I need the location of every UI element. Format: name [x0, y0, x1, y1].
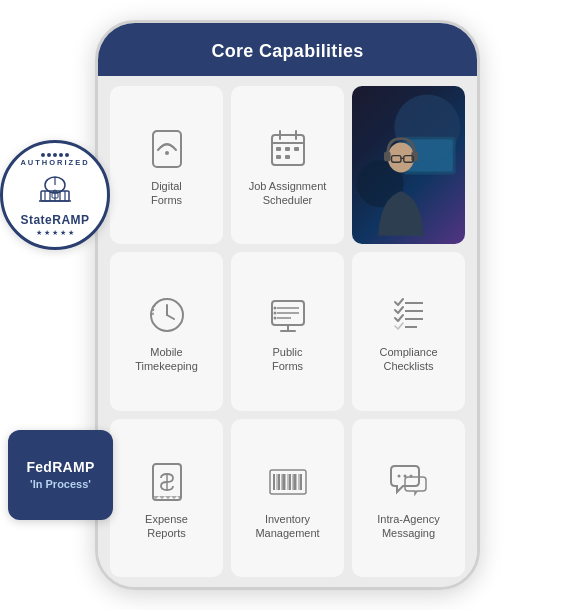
- grid-row-1: DigitalForms: [110, 86, 465, 244]
- svg-point-41: [273, 307, 276, 310]
- cell-compliance-checklists[interactable]: ComplianceChecklists: [352, 252, 465, 410]
- cell-public-forms[interactable]: PublicForms: [231, 252, 344, 410]
- scene: AUTHORIZED Sta: [0, 0, 577, 610]
- inventory-management-icon: [264, 458, 312, 506]
- phone-content: DigitalForms: [98, 76, 477, 587]
- cell-expense-reports[interactable]: ExpenseReports: [110, 419, 223, 577]
- stateramp-authorized-label: AUTHORIZED: [20, 158, 89, 167]
- svg-rect-19: [276, 155, 281, 159]
- page-title: Core Capabilities: [211, 41, 363, 61]
- svg-point-62: [397, 474, 400, 477]
- capitol-icon: [33, 171, 77, 211]
- expense-reports-icon: [143, 458, 191, 506]
- svg-rect-27: [384, 152, 391, 161]
- phone-frame: Core Capabilities Digita: [95, 20, 480, 590]
- cell-job-assignment[interactable]: Job AssignmentScheduler: [231, 86, 344, 244]
- cell-inventory-management[interactable]: InventoryManagement: [231, 419, 344, 577]
- digital-forms-label: DigitalForms: [151, 179, 182, 208]
- svg-rect-16: [276, 147, 281, 151]
- svg-rect-17: [285, 147, 290, 151]
- cell-intra-agency-messaging[interactable]: Intra-AgencyMessaging: [352, 419, 465, 577]
- stateramp-badge: AUTHORIZED Sta: [0, 140, 110, 250]
- person-photo: [352, 86, 465, 244]
- job-assignment-icon: [264, 125, 312, 173]
- svg-point-11: [165, 151, 169, 155]
- svg-rect-10: [153, 131, 181, 167]
- grid-row-3: ExpenseReports: [110, 419, 465, 577]
- expense-reports-label: ExpenseReports: [145, 512, 188, 541]
- mobile-timekeeping-label: MobileTimekeeping: [135, 345, 198, 374]
- phone-header: Core Capabilities: [98, 23, 477, 76]
- compliance-checklists-label: ComplianceChecklists: [379, 345, 437, 374]
- inventory-management-label: InventoryManagement: [255, 512, 319, 541]
- cell-gps-tracking[interactable]: GPSTracking: [352, 86, 465, 244]
- cell-digital-forms[interactable]: DigitalForms: [110, 86, 223, 244]
- svg-line-34: [167, 315, 174, 319]
- cell-mobile-timekeeping[interactable]: MobileTimekeeping: [110, 252, 223, 410]
- intra-agency-messaging-label: Intra-AgencyMessaging: [377, 512, 439, 541]
- svg-point-64: [409, 474, 412, 477]
- digital-forms-icon: [143, 125, 191, 173]
- svg-point-42: [273, 312, 276, 315]
- fedramp-subtitle-label: 'In Process': [30, 477, 91, 491]
- grid-row-2: MobileTimekeeping: [110, 252, 465, 410]
- fedramp-badge: FedRAMP 'In Process': [8, 430, 113, 520]
- compliance-checklists-icon: [385, 291, 433, 339]
- svg-rect-18: [294, 147, 299, 151]
- public-forms-icon: [264, 291, 312, 339]
- svg-rect-20: [285, 155, 290, 159]
- intra-agency-messaging-icon: [385, 458, 433, 506]
- job-assignment-label: Job AssignmentScheduler: [249, 179, 327, 208]
- svg-point-63: [403, 474, 406, 477]
- svg-point-43: [273, 317, 276, 320]
- fedramp-title-label: FedRAMP: [26, 459, 94, 475]
- mobile-timekeeping-icon: [143, 291, 191, 339]
- public-forms-label: PublicForms: [272, 345, 303, 374]
- stateramp-name-label: StateRAMP: [20, 213, 89, 227]
